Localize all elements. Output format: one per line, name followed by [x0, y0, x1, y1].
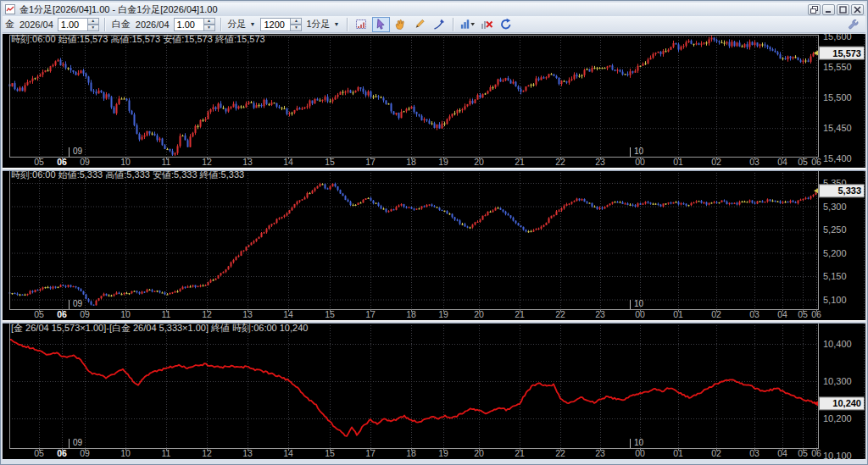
- svg-text:22: 22: [555, 448, 565, 458]
- panel-platinum-1min[interactable]: 0910050609101112131415171819202122230001…: [9, 169, 865, 319]
- cursor-tool-button[interactable]: [372, 17, 390, 32]
- platinum-ratio-down-button[interactable]: ▼: [204, 25, 215, 31]
- svg-text:18: 18: [406, 157, 416, 167]
- svg-text:03: 03: [749, 309, 760, 319]
- svg-text:02: 02: [711, 309, 721, 319]
- svg-text:23: 23: [595, 448, 605, 458]
- svg-text:17: 17: [365, 157, 376, 167]
- svg-text:01: 01: [673, 157, 683, 167]
- svg-text:05: 05: [34, 309, 44, 319]
- pen-tool-button[interactable]: [431, 17, 448, 32]
- svg-text:09: 09: [80, 309, 90, 319]
- svg-text:06: 06: [57, 157, 67, 167]
- gold-ratio-stepper[interactable]: 1.00 ▲ ▼: [58, 18, 99, 31]
- svg-text:01: 01: [673, 309, 683, 319]
- chart-area: 0910050609101112131415171819202122230001…: [3, 34, 865, 459]
- svg-text:23: 23: [595, 157, 605, 167]
- pan-hand-button[interactable]: [392, 17, 409, 32]
- current-price-label: 10,240: [820, 397, 865, 410]
- minimize-button[interactable]: [822, 4, 835, 15]
- svg-text:03: 03: [749, 448, 760, 458]
- svg-text:00: 00: [635, 157, 645, 167]
- indicator-chart-button[interactable]: [459, 17, 476, 32]
- pencil-tool-button[interactable]: [411, 17, 429, 32]
- svg-text:15,500: 15,500: [823, 92, 852, 102]
- bar-count-value[interactable]: 1200: [260, 18, 291, 31]
- interval-dropdown[interactable]: 1分足: [306, 18, 330, 30]
- layer-windows-icon: [810, 6, 818, 14]
- refresh-icon: [499, 18, 513, 30]
- svg-text:15: 15: [325, 157, 335, 167]
- settings-wrench-icon: [847, 18, 860, 30]
- toolbar: 金 2026/04 1.00 ▲ ▼ 白金 2026/04 1.00 ▲ ▼ 分…: [3, 16, 865, 33]
- svg-text:06: 06: [57, 309, 67, 319]
- svg-text:04: 04: [777, 157, 787, 167]
- svg-text:5,250: 5,250: [823, 224, 847, 235]
- panel-gold-platinum-spread[interactable]: 0910050609101112131415171819202122230001…: [9, 323, 865, 459]
- svg-text:時刻:06:00 始値:15,573 高値:15,573 安: 時刻:06:00 始値:15,573 高値:15,573 安値:15,573 終…: [11, 34, 265, 44]
- gold-ratio-up-button[interactable]: ▲: [88, 18, 99, 25]
- gold-ratio-value[interactable]: 1.00: [58, 18, 88, 31]
- bar-type-dropdown[interactable]: 分足: [228, 18, 247, 30]
- gold-ratio-down-button[interactable]: ▼: [88, 25, 99, 31]
- settings-button[interactable]: [844, 17, 862, 32]
- platinum-ratio-stepper[interactable]: 1.00 ▲ ▼: [174, 18, 215, 31]
- svg-text:18: 18: [406, 448, 416, 458]
- svg-text:13: 13: [242, 309, 253, 319]
- svg-text:14: 14: [283, 448, 293, 458]
- current-price-label: 15,573: [820, 47, 865, 59]
- svg-text:13: 13: [242, 157, 253, 167]
- svg-text:17: 17: [365, 448, 376, 458]
- svg-text:13: 13: [242, 448, 253, 458]
- svg-text:14: 14: [283, 309, 293, 319]
- bar-count-down-button[interactable]: ▼: [291, 25, 302, 31]
- refresh-button[interactable]: [498, 17, 515, 32]
- svg-text:23: 23: [595, 309, 605, 319]
- title-bar: 金1分足[2026/04]1.00 - 白金1分足[2026/04]1.00: [3, 3, 865, 16]
- delete-drawing-icon: [480, 18, 493, 30]
- platinum-label: 白金: [112, 18, 131, 30]
- svg-text:17: 17: [365, 309, 376, 319]
- bar-count-up-button[interactable]: ▲: [291, 18, 302, 25]
- layer-windows-button[interactable]: [808, 4, 821, 15]
- svg-text:19: 19: [438, 157, 448, 167]
- delete-drawing-button[interactable]: [478, 17, 496, 32]
- bar-count-stepper[interactable]: 1200 ▲ ▼: [260, 18, 302, 31]
- app-window: 金1分足[2026/04]1.00 - 白金1分足[2026/04]1.00 金…: [0, 0, 868, 465]
- svg-text:20: 20: [474, 448, 484, 458]
- close-button[interactable]: [851, 4, 864, 15]
- platinum-ratio-up-button[interactable]: ▲: [204, 18, 215, 25]
- panel-gold-1min[interactable]: 0910050609101112131415171819202122230001…: [9, 34, 865, 167]
- platinum-ratio-value[interactable]: 1.00: [174, 18, 204, 31]
- svg-text:19: 19: [438, 448, 448, 458]
- toolbar-separator: [104, 18, 106, 31]
- panel-splitter[interactable]: [3, 320, 865, 324]
- chart-region-button[interactable]: [353, 17, 370, 32]
- svg-text:05: 05: [34, 157, 44, 167]
- gold-label: 金: [5, 18, 14, 30]
- chart-canvas[interactable]: 0910050609101112131415171819202122230001…: [3, 34, 865, 459]
- window-title: 金1分足[2026/04]1.00 - 白金1分足[2026/04]1.00: [19, 3, 808, 16]
- svg-text:18: 18: [406, 309, 416, 319]
- svg-text:10: 10: [634, 299, 644, 308]
- svg-text:05: 05: [798, 309, 808, 319]
- svg-text:10: 10: [634, 438, 644, 447]
- chevron-down-icon[interactable]: ▼: [250, 21, 256, 27]
- platinum-contract-month[interactable]: 2026/04: [136, 19, 170, 30]
- svg-text:00: 00: [635, 309, 645, 319]
- svg-text:15,400: 15,400: [823, 153, 852, 163]
- svg-text:10,200: 10,200: [823, 413, 852, 423]
- chevron-down-icon[interactable]: ▼: [334, 21, 340, 27]
- gold-contract-month[interactable]: 2026/04: [19, 19, 53, 30]
- svg-text:03: 03: [749, 157, 760, 167]
- time-axis: 0506091011121314151718192021222300010203…: [34, 309, 821, 319]
- svg-text:09: 09: [73, 147, 83, 156]
- time-axis: 0506091011121314151718192021222300010203…: [34, 157, 821, 167]
- ohlc-info: 時刻:06:00 始値:15,573 高値:15,573 安値:15,573 終…: [11, 34, 265, 44]
- panel-splitter[interactable]: [3, 168, 865, 171]
- minimize-icon: [825, 6, 832, 14]
- svg-text:15: 15: [325, 448, 335, 458]
- maximize-button[interactable]: [837, 4, 849, 15]
- toolbar-separator: [347, 18, 348, 31]
- svg-text:21: 21: [515, 157, 525, 167]
